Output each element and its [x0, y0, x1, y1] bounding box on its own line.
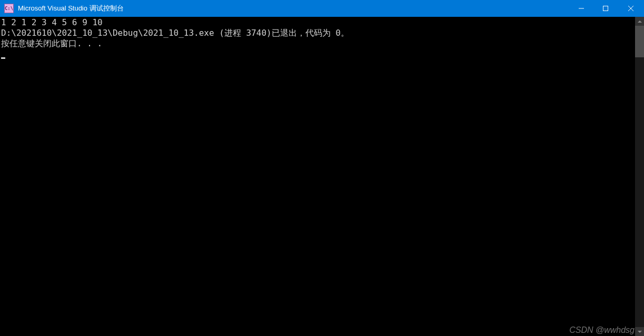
- svg-rect-1: [603, 6, 608, 11]
- svg-marker-5: [638, 331, 642, 333]
- app-icon: C:\: [4, 4, 14, 13]
- minimize-button[interactable]: [569, 0, 593, 17]
- cursor: [1, 57, 5, 59]
- close-icon: [628, 6, 633, 11]
- output-line-2: D:\2021610\2021_10_13\Debug\2021_10_13.e…: [1, 28, 634, 38]
- window-controls: [569, 0, 644, 17]
- titlebar[interactable]: C:\ Microsoft Visual Studio 调试控制台: [0, 0, 644, 17]
- window-title: Microsoft Visual Studio 调试控制台: [18, 4, 569, 13]
- maximize-icon: [603, 6, 608, 11]
- watermark: CSDN @wwhdsg: [569, 325, 635, 335]
- scroll-thumb[interactable]: [635, 26, 644, 57]
- console-content[interactable]: 1 2 1 2 3 4 5 6 9 10D:\2021610\2021_10_1…: [0, 17, 635, 336]
- console-window: C:\ Microsoft Visual Studio 调试控制台 1 2 1 …: [0, 0, 644, 336]
- scroll-up-button[interactable]: [635, 17, 644, 26]
- scroll-down-button[interactable]: [635, 327, 644, 336]
- output-line-1: 1 2 1 2 3 4 5 6 9 10: [1, 17, 634, 28]
- output-line-3: 按任意键关闭此窗口. . .: [1, 38, 634, 49]
- chevron-up-icon: [638, 21, 642, 23]
- vertical-scrollbar[interactable]: [635, 17, 644, 336]
- scroll-track[interactable]: [635, 26, 644, 327]
- svg-marker-4: [638, 21, 642, 23]
- maximize-button[interactable]: [593, 0, 618, 17]
- console-area: 1 2 1 2 3 4 5 6 9 10D:\2021610\2021_10_1…: [0, 17, 644, 336]
- minimize-icon: [579, 6, 584, 11]
- chevron-down-icon: [638, 331, 642, 333]
- close-button[interactable]: [618, 0, 644, 17]
